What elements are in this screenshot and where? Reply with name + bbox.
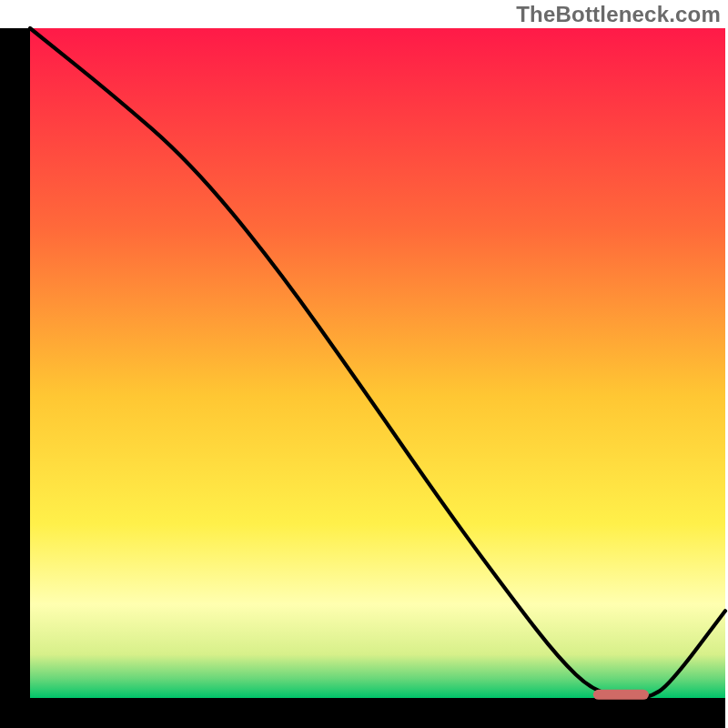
chart-svg: [0, 0, 728, 728]
plot-background: [30, 28, 725, 698]
chart-root: TheBottleneck.com: [0, 0, 728, 728]
marker-bar: [593, 690, 649, 700]
watermark-text: TheBottleneck.com: [516, 2, 721, 27]
